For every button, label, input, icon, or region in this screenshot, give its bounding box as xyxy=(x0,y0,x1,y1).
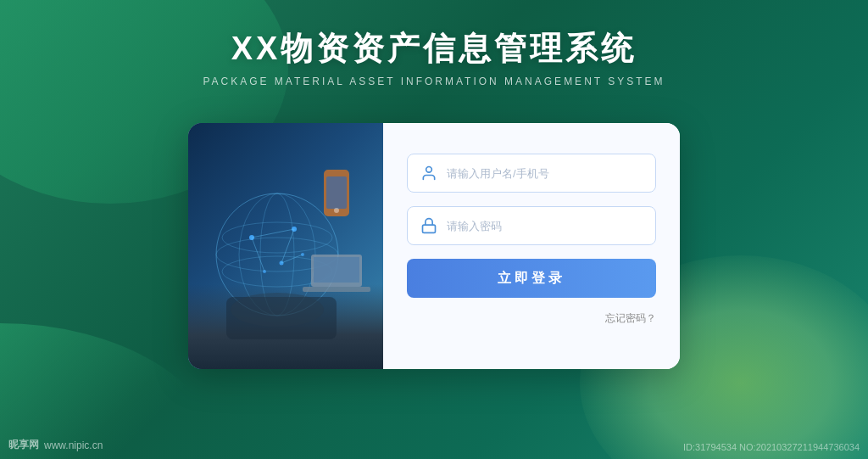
svg-rect-24 xyxy=(423,225,436,232)
globe-container xyxy=(188,123,383,369)
username-input-group xyxy=(407,154,656,193)
login-button[interactable]: 立即登录 xyxy=(407,259,656,298)
svg-rect-20 xyxy=(303,287,370,292)
watermark-id: ID:31794534 NO:20210327211944736034 xyxy=(683,442,860,452)
svg-line-12 xyxy=(281,229,294,263)
watermark-right: ID:31794534 NO:20210327211944736034 xyxy=(683,442,860,452)
svg-line-13 xyxy=(252,238,264,271)
svg-point-23 xyxy=(426,167,432,173)
svg-rect-16 xyxy=(326,176,347,209)
page-subtitle: PACKAGE MATERIAL ASSET INFORMATION MANAG… xyxy=(0,76,868,87)
card-image-panel xyxy=(188,123,383,369)
tech-globe-svg xyxy=(201,153,370,339)
svg-point-22 xyxy=(231,293,324,327)
username-input[interactable] xyxy=(447,167,643,180)
user-icon xyxy=(420,164,438,182)
header: XX物资资产信息管理系统 PACKAGE MATERIAL ASSET INFO… xyxy=(0,27,868,87)
svg-line-14 xyxy=(281,255,303,263)
login-card: 立即登录 忘记密码？ xyxy=(188,123,680,369)
svg-point-17 xyxy=(334,208,339,213)
svg-rect-19 xyxy=(314,257,359,283)
watermark-url: www.nipic.cn xyxy=(44,439,103,451)
svg-line-11 xyxy=(252,229,294,238)
password-input-group xyxy=(407,206,656,245)
lock-icon xyxy=(420,216,438,235)
watermark-left: 昵享网 www.nipic.cn xyxy=(8,438,103,452)
watermark-logo-icon: 昵享网 xyxy=(8,438,39,452)
login-form: 立即登录 忘记密码？ xyxy=(383,123,680,369)
password-input[interactable] xyxy=(447,220,643,232)
forgot-password-link[interactable]: 忘记密码？ xyxy=(407,311,656,326)
page-title: XX物资资产信息管理系统 xyxy=(0,27,868,70)
